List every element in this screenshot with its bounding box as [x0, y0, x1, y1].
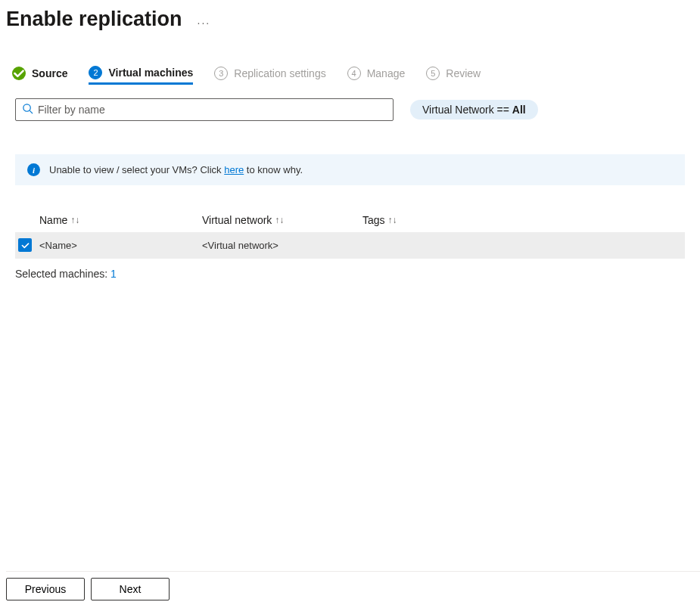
page-title: Enable replication: [6, 8, 182, 31]
filter-name-input[interactable]: [38, 104, 387, 116]
step-source[interactable]: Source: [12, 67, 67, 85]
wizard-footer: Previous Next: [6, 571, 700, 600]
svg-point-0: [23, 104, 30, 111]
column-header-vnet[interactable]: Virtual network ↑↓: [202, 214, 362, 226]
step-number-icon: 3: [214, 67, 228, 80]
step-virtual-machines[interactable]: 2 Virtual machines: [89, 66, 193, 85]
checkmark-icon: [12, 67, 26, 80]
column-header-tags[interactable]: Tags ↑↓: [362, 214, 514, 226]
previous-button[interactable]: Previous: [6, 578, 85, 600]
selected-count: 1: [110, 268, 117, 280]
info-icon: i: [27, 163, 40, 176]
sort-icon: ↑↓: [70, 215, 79, 225]
sort-icon: ↑↓: [388, 215, 397, 225]
svg-line-1: [30, 110, 33, 113]
vnet-filter-pill[interactable]: Virtual Network == All: [410, 100, 538, 119]
step-review[interactable]: 5 Review: [426, 67, 481, 85]
filter-pill-prefix: Virtual Network ==: [422, 104, 512, 116]
info-text: Unable to view / select your VMs? Click …: [49, 164, 303, 175]
next-button[interactable]: Next: [91, 578, 170, 600]
table-header-row: Name ↑↓ Virtual network ↑↓ Tags ↑↓: [15, 208, 685, 232]
search-icon: [22, 103, 33, 116]
column-label: Tags: [362, 214, 385, 226]
info-banner-link[interactable]: here: [224, 164, 244, 175]
vm-table: Name ↑↓ Virtual network ↑↓ Tags ↑↓ <Name…: [15, 208, 685, 259]
cell-vnet: <Virtual network>: [202, 240, 362, 251]
step-manage[interactable]: 4 Manage: [347, 67, 406, 85]
step-number-icon: 5: [426, 67, 440, 80]
step-number-icon: 2: [89, 66, 102, 79]
search-input-wrapper[interactable]: [15, 98, 394, 121]
step-label: Manage: [367, 67, 406, 79]
filter-pill-value: All: [512, 104, 526, 116]
info-banner-prefix: Unable to view / select your VMs? Click: [49, 164, 224, 175]
column-label: Virtual network: [202, 214, 272, 226]
cell-name: <Name>: [39, 240, 202, 251]
sort-icon: ↑↓: [275, 215, 284, 225]
column-header-name[interactable]: Name ↑↓: [39, 214, 202, 226]
step-label: Review: [446, 67, 481, 79]
selected-machines-summary: Selected machines: 1: [15, 268, 685, 280]
selected-label: Selected machines:: [15, 268, 110, 280]
step-number-icon: 4: [347, 67, 361, 80]
table-row[interactable]: <Name> <Virtual network>: [15, 232, 685, 259]
row-checkbox[interactable]: [18, 238, 32, 252]
info-banner: i Unable to view / select your VMs? Clic…: [15, 154, 685, 185]
step-label: Source: [32, 67, 67, 79]
info-banner-suffix: to know why.: [244, 164, 303, 175]
step-label: Virtual machines: [108, 67, 193, 79]
step-replication-settings[interactable]: 3 Replication settings: [214, 67, 325, 85]
step-label: Replication settings: [234, 67, 325, 79]
wizard-stepper: Source 2 Virtual machines 3 Replication …: [0, 66, 700, 85]
more-actions-icon[interactable]: ···: [198, 17, 211, 29]
column-label: Name: [39, 214, 67, 226]
